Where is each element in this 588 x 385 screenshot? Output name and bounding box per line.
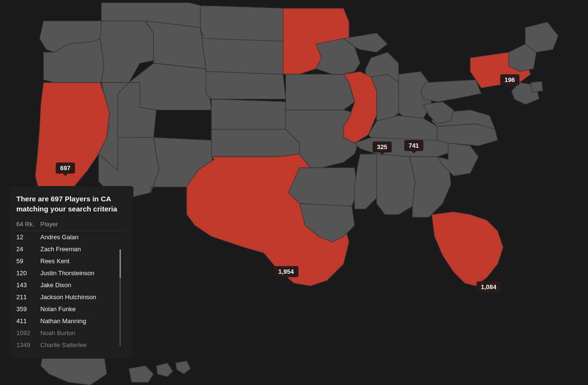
player-rank: 120 [16, 267, 40, 279]
player-rank: 211 [16, 291, 40, 303]
table-row[interactable]: 24Zach Freeman [16, 243, 126, 255]
player-rank: 411 [16, 315, 40, 327]
player-name: Charlie Satterlee [40, 339, 126, 351]
column-rank: 64 Rk. [16, 221, 40, 231]
player-table: 64 Rk. Player 12Andres Galan24Zach Freem… [16, 221, 126, 351]
player-name: Nolan Funke [40, 303, 126, 315]
player-name: Nathan Manning [40, 315, 126, 327]
table-row[interactable]: 120Justin Thorsteinson [16, 267, 126, 279]
scrollbar[interactable] [120, 249, 121, 346]
table-row[interactable]: 359Nolan Funke [16, 303, 126, 315]
table-row[interactable]: 143Jake Dixon [16, 279, 126, 291]
table-row[interactable]: 12Andres Galan [16, 231, 126, 244]
player-name: Andres Galan [40, 231, 126, 244]
player-name: Zach Freeman [40, 243, 126, 255]
scrollbar-thumb [120, 249, 121, 278]
player-rank: 359 [16, 303, 40, 315]
table-row[interactable]: 1349Charlie Satterlee [16, 339, 126, 351]
player-rank: 1092 [16, 327, 40, 339]
tooltip-popup: There are 697 Players in CA matching you… [9, 186, 133, 359]
player-rank: 1349 [16, 339, 40, 351]
player-rank: 143 [16, 279, 40, 291]
table-row[interactable]: 59Rees Kent [16, 255, 126, 267]
badge-fl[interactable]: 1,084 [477, 281, 501, 292]
player-name: Noah Burton [40, 327, 126, 339]
table-row[interactable]: 211Jackson Hutchinson [16, 291, 126, 303]
badge-mn[interactable]: 325 [372, 141, 392, 152]
badge-il[interactable]: 741 [404, 140, 423, 151]
tooltip-title: There are 697 Players in CA matching you… [16, 194, 126, 214]
player-name: Jake Dixon [40, 279, 126, 291]
player-rank: 59 [16, 255, 40, 267]
player-name: Justin Thorsteinson [40, 267, 126, 279]
player-rank: 12 [16, 231, 40, 244]
player-name: Jackson Hutchinson [40, 291, 126, 303]
badge-ca[interactable]: 697 [56, 163, 75, 174]
table-row[interactable]: 1092Noah Burton [16, 327, 126, 339]
player-rank: 24 [16, 243, 40, 255]
column-player: Player [40, 221, 126, 231]
badge-ny[interactable]: 196 [500, 74, 519, 85]
table-row[interactable]: 411Nathan Manning [16, 315, 126, 327]
player-name: Rees Kent [40, 255, 126, 267]
badge-tx[interactable]: 1,954 [274, 266, 299, 277]
